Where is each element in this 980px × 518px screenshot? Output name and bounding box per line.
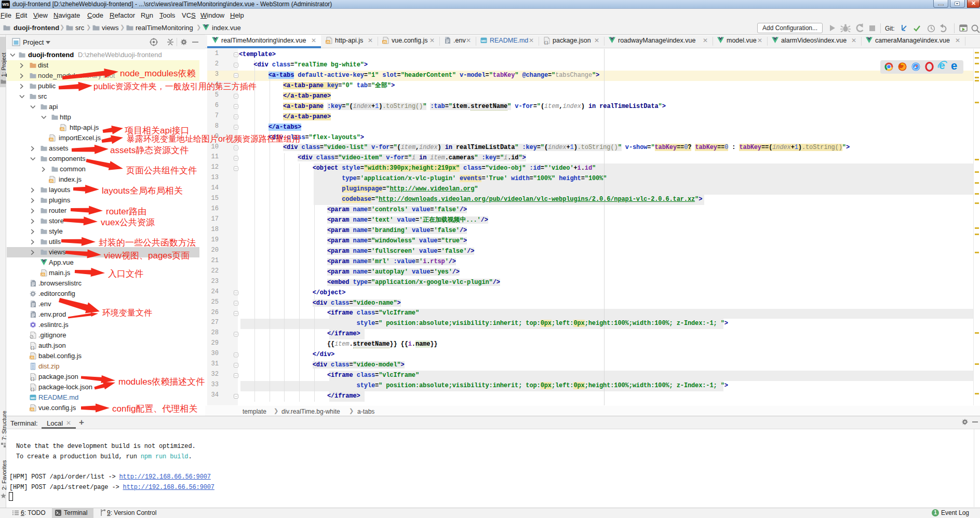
svg-text:Git:: Git: <box>885 25 895 32</box>
